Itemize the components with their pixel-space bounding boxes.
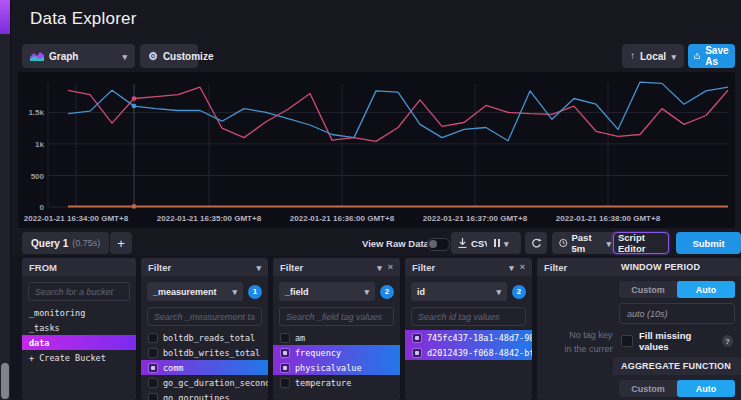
window-auto-button[interactable]: Auto (677, 281, 735, 298)
chevron-down-icon[interactable] (377, 262, 382, 273)
time-range-label: Past 5m (572, 232, 603, 254)
filter-option[interactable]: go_gc_duration_seconds (141, 375, 268, 390)
chevron-down-icon (122, 51, 127, 62)
window-period-header: WINDOW PERIOD (613, 258, 741, 276)
view-raw-data-label: View Raw Data (362, 238, 429, 249)
arrow-up-icon: ↑ (630, 51, 635, 61)
checkbox-icon (148, 348, 158, 358)
chevron-down-icon (504, 238, 509, 249)
tag-key-dropdown[interactable]: _measurement (147, 282, 243, 301)
refresh-icon (531, 238, 542, 249)
aggregate-auto-button[interactable]: Auto (677, 380, 735, 397)
filter-option[interactable]: go_goroutines (141, 390, 268, 400)
query-duration: (0.75s) (72, 238, 100, 248)
time-range-dropdown[interactable]: Past 5m (552, 232, 618, 254)
filter-option-selected[interactable]: physicalvalue (273, 360, 400, 375)
fill-missing-checkbox[interactable] (621, 335, 633, 347)
checkbox-checked-icon (412, 333, 422, 343)
time-series-chart[interactable]: 05001k1.5k2022-01-21 16:34:00 GMT+82022-… (18, 72, 735, 228)
field-search-input[interactable] (279, 307, 394, 326)
y-tick-label: 500 (31, 172, 45, 181)
query-tab[interactable]: Query 1 (0.75s) (22, 232, 109, 254)
help-icon[interactable]: ? (722, 335, 733, 347)
pause-icon (494, 239, 500, 247)
window-custom-button[interactable]: Custom (619, 281, 677, 298)
checkbox-icon (280, 378, 290, 388)
filter-option[interactable]: temperature (273, 375, 400, 390)
aggregate-custom-button[interactable]: Custom (619, 380, 677, 397)
page-title: Data Explorer (30, 9, 137, 29)
checkbox-checked-icon (412, 348, 422, 358)
submit-button[interactable]: Submit (676, 232, 741, 254)
measurement-search-input[interactable] (147, 307, 262, 326)
hover-point (132, 96, 137, 101)
filter-option-selected[interactable]: frequency (273, 345, 400, 360)
checkbox-icon (148, 378, 158, 388)
filter-option-selected[interactable]: 745fc437-18a1-48d7-98a6-7… (405, 330, 532, 345)
vertical-scrollbar-thumb[interactable] (1, 363, 9, 399)
data-explorer-page: Data Explorer Graph ⚙ Customize ↑ Local … (0, 0, 741, 400)
filter-card-measurement: Filter _measurement 1 boltdb_reads_total (141, 258, 268, 400)
selected-count-badge: 1 (248, 285, 262, 299)
chevron-down-icon (232, 287, 237, 297)
bucket-item[interactable]: _tasks (22, 320, 136, 335)
window-period-value[interactable]: auto (10s) (619, 303, 735, 324)
filter-option-selected[interactable]: comm (141, 360, 268, 375)
filter-option[interactable]: boltdb_writes_total (141, 345, 268, 360)
hover-point (132, 204, 137, 209)
hover-point (132, 104, 137, 109)
x-tick-label: 2022-01-21 16:34:00 GMT+8 (24, 214, 129, 223)
filter-option[interactable]: am (273, 330, 400, 345)
chevron-down-icon[interactable] (509, 262, 514, 273)
chevron-down-icon (606, 238, 611, 249)
download-icon (458, 238, 467, 248)
id-search-input[interactable] (411, 307, 526, 326)
aggregate-toggle: Custom Auto (619, 380, 735, 397)
filter-card-header: Filter (141, 258, 268, 276)
tag-key-dropdown[interactable]: _field (279, 282, 375, 301)
y-tick-label: 0 (40, 203, 45, 212)
view-type-dropdown[interactable]: Graph (22, 44, 135, 68)
query-tab-name: Query 1 (31, 238, 68, 249)
tag-key-dropdown[interactable]: id (411, 282, 507, 301)
selected-count-badge: 2 (380, 285, 394, 299)
checkbox-icon (148, 393, 158, 400)
gear-icon: ⚙ (148, 51, 158, 62)
filter-option[interactable]: boltdb_reads_total (141, 330, 268, 345)
fill-missing-values-row: Fill missing values ? (621, 330, 733, 352)
aggregate-function-header: AGGREGATE FUNCTION (613, 357, 741, 375)
chart-series-line (68, 87, 728, 141)
filter-card-field: Filter × _field 2 am frequency (273, 258, 400, 400)
x-tick-label: 2022-01-21 16:35:00 GMT+8 (157, 214, 262, 223)
script-editor-button[interactable]: Script Editor (613, 232, 669, 254)
selected-count-badge: 2 (512, 285, 526, 299)
pause-button[interactable] (487, 232, 521, 254)
filter-card-header: Filter × (273, 258, 400, 276)
bucket-item-selected[interactable]: data (22, 335, 136, 350)
id-list: 745fc437-18a1-48d7-98a6-7… d2012439-f068… (405, 326, 532, 400)
close-icon[interactable]: × (388, 262, 393, 272)
chevron-down-icon[interactable] (256, 262, 261, 273)
view-raw-toggle[interactable] (427, 238, 450, 251)
timezone-dropdown[interactable]: ↑ Local (622, 44, 684, 68)
checkbox-checked-icon (148, 363, 158, 373)
query-options-panel: WINDOW PERIOD Custom Auto auto (10s) Fil… (613, 258, 741, 400)
chart-canvas: 05001k1.5k2022-01-21 16:34:00 GMT+82022-… (18, 72, 735, 228)
refresh-button[interactable] (525, 232, 547, 254)
graph-icon (30, 51, 44, 61)
x-tick-label: 2022-01-21 16:36:00 GMT+8 (290, 214, 395, 223)
toggle-knob (429, 240, 437, 248)
checkbox-checked-icon (280, 363, 290, 373)
y-tick-label: 1k (35, 140, 44, 149)
filter-option-selected[interactable]: d2012439-f068-4842-bfef-8… (405, 345, 532, 360)
save-as-button[interactable]: Save As (688, 44, 735, 68)
customize-button[interactable]: ⚙ Customize (140, 44, 198, 68)
timezone-label: Local (640, 51, 666, 62)
close-icon[interactable]: × (520, 262, 525, 272)
add-query-button[interactable]: + (110, 232, 132, 254)
bucket-search-input[interactable] (28, 282, 130, 301)
bucket-item[interactable]: _monitoring (22, 305, 136, 320)
from-card: FROM _monitoring _tasks data + Create Bu… (22, 258, 136, 400)
filter-card-id: Filter × id 2 745fc437-18a1-48d7-98a6-7… (405, 258, 532, 400)
create-bucket-button[interactable]: + Create Bucket (22, 350, 136, 365)
